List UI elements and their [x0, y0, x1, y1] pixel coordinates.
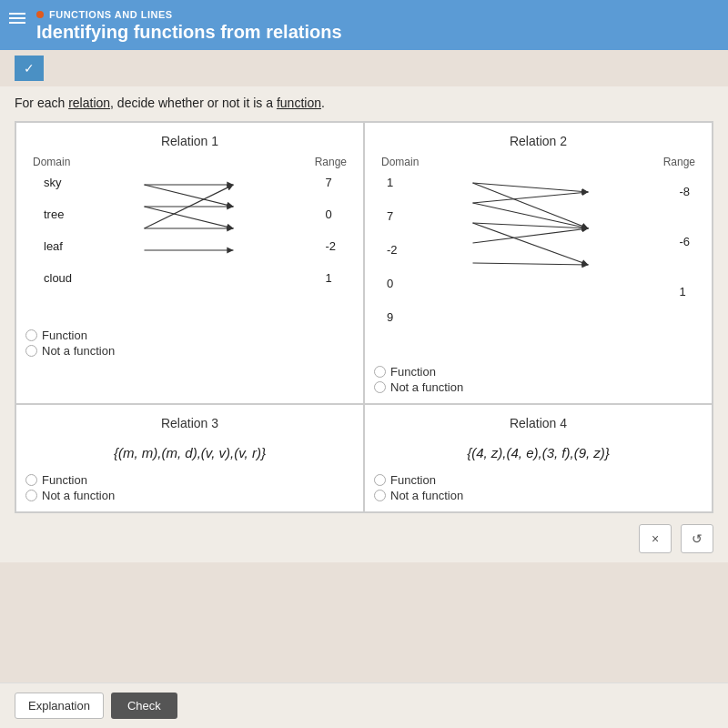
r2-function-radio[interactable]	[374, 366, 386, 378]
svg-line-14	[473, 263, 589, 265]
r3-function-option[interactable]: Function	[25, 473, 354, 487]
r4-notfunction-radio[interactable]	[374, 490, 386, 501]
r1-arrows	[25, 176, 354, 321]
r1-domain-label: Domain	[33, 156, 70, 168]
topic-dot	[36, 11, 44, 18]
r2-function-option[interactable]: Function	[374, 365, 703, 379]
r4-function-label: Function	[390, 473, 436, 487]
r2-r3: 1	[679, 285, 690, 298]
r3-radio-group: Function Not a function	[25, 473, 354, 502]
r2-d4: 0	[387, 277, 398, 290]
r2-d3: -2	[387, 243, 398, 257]
relation-4-cell: Relation 4 {(4, z),(4, e),(3, f),(9, z)}…	[364, 404, 713, 512]
svg-line-11	[473, 223, 589, 228]
svg-line-13	[473, 228, 589, 243]
r1-d1: sky	[44, 176, 72, 189]
r4-radio-group: Function Not a function	[374, 473, 703, 502]
r2-r2: -6	[679, 235, 690, 248]
r3-function-radio[interactable]	[25, 474, 37, 486]
r2-r1: -8	[679, 185, 690, 198]
r2-d5: 9	[387, 310, 398, 324]
r2-function-label: Function	[390, 365, 436, 379]
hamburger-menu[interactable]	[9, 13, 25, 24]
r2-notfunction-option[interactable]: Not a function	[374, 380, 703, 394]
r2-notfunction-label: Not a function	[390, 380, 463, 394]
relation-4-set: {(4, z),(4, e),(3, f),(9, z)}	[374, 445, 703, 460]
explanation-button[interactable]: Explanation	[15, 693, 104, 719]
relation-1-cell: Relation 1 Domain Range sky tree leaf cl…	[15, 122, 364, 404]
r3-notfunction-radio[interactable]	[25, 490, 37, 501]
relation-3-cell: Relation 3 {(m, m),(m, d),(v, v),(v, r)}…	[15, 404, 364, 512]
r1-d3: leaf	[44, 239, 72, 253]
svg-line-3	[145, 207, 234, 228]
relation-3-set: {(m, m),(m, d),(v, v),(v, r)}	[25, 445, 354, 460]
r4-notfunction-option[interactable]: Not a function	[374, 489, 703, 502]
relation-1-title: Relation 1	[25, 134, 354, 148]
r2-notfunction-radio[interactable]	[374, 381, 386, 393]
r2-arrows	[374, 176, 703, 358]
svg-line-10	[473, 203, 589, 228]
topic-label: FUNCTIONS AND LINES	[36, 9, 713, 20]
r3-notfunction-option[interactable]: Not a function	[25, 489, 354, 502]
r4-function-option[interactable]: Function	[374, 473, 703, 487]
function-link: function	[277, 96, 321, 110]
r1-range-label: Range	[315, 156, 347, 168]
instruction-text: For each relation, decide whether or not…	[15, 96, 713, 110]
relation-2-cell: Relation 2 Domain Range 1 7 -2 0 9 -8 -6	[364, 122, 713, 404]
close-button[interactable]: ×	[639, 524, 672, 553]
r3-function-label: Function	[42, 473, 87, 487]
r2-range-label: Range	[663, 156, 695, 168]
r1-r1: 7	[325, 176, 336, 189]
r1-r2: 0	[325, 207, 336, 221]
svg-line-1	[145, 185, 234, 207]
r4-notfunction-label: Not a function	[390, 489, 463, 502]
r1-d4: cloud	[44, 271, 72, 285]
r1-r3: -2	[325, 239, 336, 253]
svg-line-7	[473, 183, 589, 192]
check-button[interactable]: Check	[111, 693, 177, 719]
r1-function-radio[interactable]	[25, 329, 37, 341]
bottom-left-buttons: Explanation Check	[15, 693, 177, 719]
r1-notfunction-option[interactable]: Not a function	[25, 344, 354, 358]
relation-4-title: Relation 4	[374, 416, 703, 430]
r2-d1: 1	[387, 176, 398, 189]
r3-notfunction-label: Not a function	[42, 489, 115, 502]
r1-notfunction-label: Not a function	[42, 344, 115, 358]
collapse-button[interactable]: ✓	[15, 56, 44, 81]
svg-line-9	[473, 192, 589, 203]
relation-3-title: Relation 3	[25, 416, 354, 430]
r1-function-label: Function	[42, 329, 87, 342]
r2-domain-label: Domain	[381, 156, 419, 168]
svg-line-12	[473, 223, 589, 265]
reset-button[interactable]: ↺	[681, 524, 713, 553]
svg-line-8	[473, 183, 589, 228]
r2-d2: 7	[387, 209, 398, 223]
relation-link: relation	[68, 96, 110, 110]
relation-1-diagram: sky tree leaf cloud 7 0 -2 1	[25, 176, 354, 321]
r1-d2: tree	[44, 207, 72, 221]
relation-2-diagram: 1 7 -2 0 9 -8 -6 1	[374, 176, 703, 358]
r2-radio-group: Function Not a function	[374, 365, 703, 394]
r1-function-option[interactable]: Function	[25, 329, 354, 342]
svg-line-5	[145, 185, 234, 228]
r1-radio-group: Function Not a function	[25, 329, 354, 358]
r1-notfunction-radio[interactable]	[25, 345, 37, 357]
relations-container: Relation 1 Domain Range sky tree leaf cl…	[15, 121, 713, 513]
bottom-bar: Explanation Check	[0, 682, 728, 728]
r1-r4: 1	[325, 271, 336, 285]
page-title: Identifying functions from relations	[36, 22, 713, 43]
relation-2-title: Relation 2	[374, 134, 703, 148]
r4-function-radio[interactable]	[374, 474, 386, 486]
